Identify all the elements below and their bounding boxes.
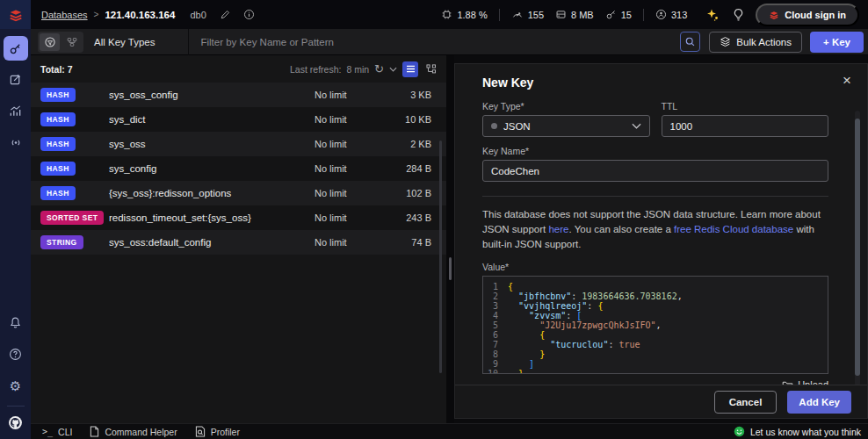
key-ttl: No limit bbox=[315, 163, 390, 174]
line-number: 8 bbox=[483, 349, 508, 359]
search-button[interactable] bbox=[680, 32, 700, 52]
key-ttl: No limit bbox=[315, 212, 390, 223]
line-number: 4 bbox=[483, 311, 508, 320]
key-ttl: No limit bbox=[315, 90, 390, 100]
json-value-editor[interactable]: 1{2 "jbfhcbnv": 1983664636.7038162,3 "vv… bbox=[482, 276, 828, 374]
lightbulb-icon bbox=[733, 8, 744, 21]
line-number: 2 bbox=[483, 291, 508, 301]
key-size: 243 B bbox=[390, 212, 446, 223]
command-helper-label: Command Helper bbox=[105, 427, 177, 437]
feedback-button[interactable]: Let us know what you think bbox=[734, 426, 868, 437]
key-type-badge: HASH bbox=[40, 137, 76, 151]
sidebar-item-analytics[interactable] bbox=[0, 95, 31, 126]
key-type-badge: HASH bbox=[40, 88, 76, 102]
copilot-trigger[interactable] bbox=[705, 8, 720, 22]
pubsub-icon bbox=[9, 136, 23, 149]
panel-scrollbar-thumb[interactable] bbox=[855, 119, 860, 376]
sidebar-item-settings[interactable]: ⚙ bbox=[0, 370, 31, 401]
table-row[interactable]: STRING sys_oss:default_config No limit 7… bbox=[31, 230, 446, 255]
sidebar-item-workbench[interactable] bbox=[0, 63, 31, 95]
sidebar-item-help[interactable] bbox=[0, 338, 31, 370]
panel-resizer[interactable] bbox=[446, 55, 454, 423]
add-key-button[interactable]: + Key bbox=[810, 32, 864, 53]
editor-line: 7 "tucruclou": true bbox=[483, 340, 828, 349]
list-view-toggle[interactable] bbox=[402, 61, 418, 77]
key-list: HASH sys_oss_config No limit 3 KB HASH s… bbox=[31, 83, 446, 255]
key-search-input[interactable] bbox=[189, 37, 680, 47]
smiley-icon bbox=[734, 426, 745, 437]
key-list-scrollbar[interactable] bbox=[439, 140, 442, 373]
key-icon bbox=[605, 9, 617, 20]
layers-icon bbox=[720, 36, 731, 47]
edit-database-alias-icon[interactable] bbox=[220, 10, 230, 20]
note-link[interactable]: free Redis Cloud database bbox=[674, 224, 793, 234]
table-row[interactable]: SORTED SET redisson_timeout_set:{sys_oss… bbox=[31, 205, 446, 230]
breadcrumb: Databases > 121.40.163.164 db0 bbox=[41, 9, 255, 20]
table-row[interactable]: HASH sys_dict No limit 10 KB bbox=[31, 107, 446, 132]
insights-trigger[interactable] bbox=[733, 8, 744, 21]
add-key-submit-button[interactable]: Add Key bbox=[787, 391, 851, 414]
profiler-icon bbox=[195, 426, 206, 437]
breadcrumb-database-host: 121.40.163.164 bbox=[105, 10, 175, 20]
cli-button[interactable]: >_ CLI bbox=[42, 427, 72, 437]
clients-value: 313 bbox=[671, 10, 687, 20]
line-number: 7 bbox=[483, 340, 508, 349]
key-ttl: No limit bbox=[315, 237, 390, 248]
command-helper-button[interactable]: Command Helper bbox=[90, 426, 177, 437]
table-row[interactable]: HASH sys_oss_config No limit 3 KB bbox=[31, 83, 446, 107]
ttl-input[interactable] bbox=[662, 115, 829, 137]
refresh-icon[interactable]: ↻ bbox=[374, 62, 384, 76]
key-name: redisson_timeout_set:{sys_oss} bbox=[109, 212, 251, 223]
sidebar-item-notifications[interactable] bbox=[0, 306, 31, 338]
cloud-sign-in-label: Cloud sign in bbox=[785, 10, 846, 20]
key-size: 74 B bbox=[390, 237, 446, 248]
feedback-label: Let us know what you think bbox=[750, 427, 861, 437]
key-type-select[interactable]: JSON bbox=[482, 115, 650, 137]
database-info-icon[interactable] bbox=[243, 9, 255, 20]
cli-label: CLI bbox=[58, 427, 72, 437]
left-navigation: ⚙ bbox=[0, 29, 31, 439]
tree-view-toggle[interactable] bbox=[423, 61, 439, 77]
redis-cloud-icon bbox=[769, 10, 779, 20]
keys-value: 15 bbox=[621, 10, 632, 20]
document-icon bbox=[90, 426, 99, 437]
cancel-button[interactable]: Cancel bbox=[714, 391, 778, 414]
commands-value: 155 bbox=[528, 10, 544, 20]
sidebar-divider bbox=[7, 406, 25, 407]
memory-metric: 8 MB bbox=[555, 9, 594, 20]
editor-line: 10 } bbox=[483, 369, 828, 374]
key-list-header: Total: 7 Last refresh: 8 min ↻ bbox=[31, 55, 446, 83]
sidebar-item-pubsub[interactable] bbox=[0, 126, 31, 158]
breadcrumb-separator: > bbox=[94, 10, 99, 19]
table-row[interactable]: HASH sys_oss No limit 2 KB bbox=[31, 132, 446, 156]
github-icon bbox=[8, 415, 23, 430]
cli-icon: >_ bbox=[42, 427, 53, 436]
refresh-settings-chevron-icon[interactable] bbox=[389, 67, 397, 72]
pattern-view-toggle[interactable] bbox=[40, 33, 60, 51]
key-ttl: No limit bbox=[315, 114, 390, 125]
key-icon bbox=[9, 42, 22, 55]
line-number: 5 bbox=[483, 320, 508, 330]
view-mode-group bbox=[38, 32, 83, 53]
storage-icon bbox=[555, 9, 567, 20]
sidebar-item-github[interactable] bbox=[0, 411, 31, 434]
bulk-actions-button[interactable]: Bulk Actions bbox=[709, 32, 802, 53]
key-type-badge: HASH bbox=[40, 112, 76, 126]
key-browser-panel: Total: 7 Last refresh: 8 min ↻ HASH sys_… bbox=[31, 55, 446, 423]
key-name-input[interactable] bbox=[482, 160, 828, 182]
sidebar-item-browser[interactable] bbox=[0, 33, 31, 63]
cpu-icon bbox=[441, 9, 452, 20]
redis-logo[interactable] bbox=[0, 0, 31, 29]
table-row[interactable]: HASH sys_config No limit 284 B bbox=[31, 156, 446, 181]
key-type-filter-dropdown[interactable]: All Key Types bbox=[83, 37, 188, 47]
status-bar: >_ CLI Command Helper Profiler Let us kn… bbox=[31, 423, 868, 439]
memory-value: 8 MB bbox=[571, 10, 594, 20]
table-row[interactable]: HASH {sys_oss}:redisson_options No limit… bbox=[31, 181, 446, 205]
redisearch-view-toggle[interactable] bbox=[61, 33, 82, 51]
note-link[interactable]: here bbox=[548, 224, 568, 234]
close-icon[interactable]: × bbox=[843, 73, 851, 88]
panel-footer: Cancel Add Key bbox=[455, 385, 867, 418]
breadcrumb-databases-link[interactable]: Databases bbox=[41, 10, 88, 20]
cloud-sign-in-button[interactable]: Cloud sign in bbox=[756, 4, 859, 26]
profiler-button[interactable]: Profiler bbox=[195, 426, 240, 437]
